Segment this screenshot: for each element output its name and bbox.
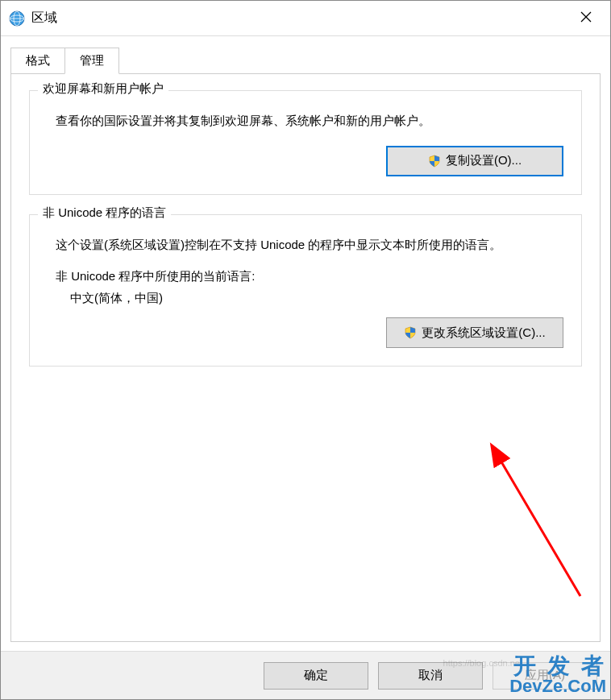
watermark-line1: 开 发 者 [509,655,606,677]
close-button[interactable] [568,1,604,36]
group-welcome-screen: 欢迎屏幕和新用户帐户 查看你的国际设置并将其复制到欢迎屏幕、系统帐户和新的用户帐… [29,90,582,195]
tab-strip: 格式 管理 [1,36,610,74]
group-non-unicode: 非 Unicode 程序的语言 这个设置(系统区域设置)控制在不支持 Unico… [29,214,582,367]
watermark-line2: DevZe.CoM [509,677,606,695]
tab-panel-admin: 欢迎屏幕和新用户帐户 查看你的国际设置并将其复制到欢迎屏幕、系统帐户和新的用户帐… [10,73,601,642]
welcome-desc: 查看你的国际设置并将其复制到欢迎屏幕、系统帐户和新的用户帐户。 [56,110,563,131]
close-icon [580,11,592,25]
change-locale-label: 更改系统区域设置(C)... [422,325,545,341]
shield-icon [428,155,441,168]
ok-button[interactable]: 确定 [264,662,368,690]
group-non-unicode-legend: 非 Unicode 程序的语言 [38,205,171,221]
window-title: 区域 [31,10,568,27]
globe-icon [9,10,25,27]
copy-settings-button[interactable]: 复制设置(O)... [386,146,563,176]
titlebar: 区域 [1,1,610,36]
shield-icon [404,326,417,339]
tab-format[interactable]: 格式 [10,48,65,74]
copy-settings-label: 复制设置(O)... [446,153,522,168]
region-dialog: 区域 格式 管理 欢迎屏幕和新用户帐户 查看你的国际设置并将其复制到欢迎屏幕、系… [0,0,611,700]
current-language-value: 中文(简体，中国) [70,291,563,306]
non-unicode-desc: 这个设置(系统区域设置)控制在不支持 Unicode 的程序中显示文本时所使用的… [56,234,563,255]
tab-admin[interactable]: 管理 [64,48,119,74]
change-system-locale-button[interactable]: 更改系统区域设置(C)... [386,317,563,348]
group-welcome-legend: 欢迎屏幕和新用户帐户 [38,81,168,97]
watermark: 开 发 者 DevZe.CoM [509,655,606,695]
current-language-label: 非 Unicode 程序中所使用的当前语言: [56,269,563,284]
